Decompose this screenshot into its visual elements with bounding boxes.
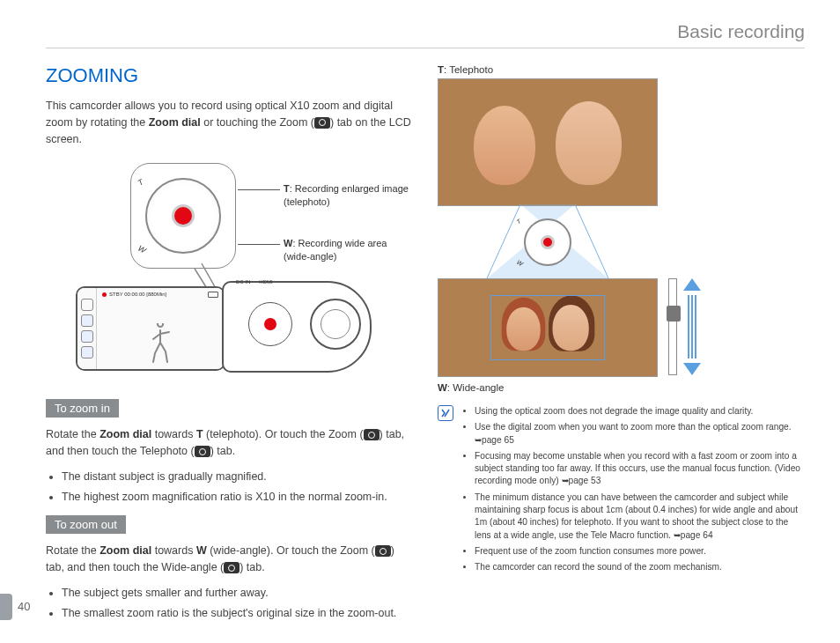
note-text: Focusing may become unstable when you re… (475, 451, 800, 486)
zoom-arrows-icon (682, 278, 702, 375)
subhead-zoom-in: To zoom in (46, 399, 119, 418)
list-item: Using the optical zoom does not degrade … (475, 405, 805, 418)
anno-w-text: : Recording wide area (wide-angle) (284, 238, 387, 261)
dial-label-t: T (136, 178, 145, 188)
stby-dot-icon (102, 292, 107, 297)
label-w-bold: W (438, 382, 447, 393)
home-icon (81, 299, 93, 311)
list-item: The camcorder can record the sound of th… (475, 561, 805, 573)
record-dot-icon (172, 204, 195, 227)
battery-icon (208, 292, 218, 298)
label-telephoto: T: Telephoto (438, 64, 805, 75)
zo-t2: towards (151, 544, 196, 557)
camcorder-body: DC INHDMI (222, 281, 372, 373)
note-text: The minimum distance you can have betwee… (475, 492, 798, 540)
xref-icon: ➥ (475, 435, 482, 445)
note-icon (438, 405, 453, 421)
telephoto-tab-icon (195, 446, 210, 457)
example-photo-telephoto (438, 78, 658, 206)
intro-paragraph: This camcorder allows you to record usin… (46, 98, 413, 147)
list-item: Frequent use of the zoom function consum… (475, 545, 805, 558)
zo-t5: ) tab. (239, 561, 265, 573)
breadcrumb-header: Basic recording (46, 21, 805, 48)
subhead-zoom-out: To zoom out (46, 515, 126, 534)
zoom-slider (668, 278, 677, 375)
zi-t5: ) tab. (210, 445, 236, 457)
zoom-out-paragraph: Rotate the Zoom dial towards W (wide-ang… (46, 543, 413, 576)
list-item: The minimum distance you can have betwee… (475, 491, 805, 542)
list-item: Use the digital zoom when you want to zo… (475, 421, 805, 447)
lcd-side-button (81, 314, 93, 327)
xref-page: page 64 (681, 530, 713, 540)
page-edge-tab (0, 594, 12, 620)
zoom-beam-diagram: T W (438, 204, 702, 278)
zi-bold1: Zoom dial (99, 428, 151, 440)
label-t-text: : Telephoto (444, 64, 493, 75)
xref-page: page 53 (569, 476, 601, 485)
annotation-telephoto: T: Recording enlarged image (telephoto) (284, 182, 413, 208)
anno-w-bold: W (284, 238, 292, 248)
notes-list: Using the optical zoom does not degrade … (461, 405, 805, 577)
port-hdmi: HDMI (259, 279, 272, 285)
zoom-dial-illustration: T W (145, 178, 221, 254)
zoom-tab-icon (314, 117, 330, 129)
right-column: T: Telephoto T W (438, 64, 805, 625)
zi-t2: towards (151, 428, 196, 440)
camcorder-dial (248, 302, 292, 346)
port-dcin: DC IN (236, 279, 250, 285)
skater-silhouette-icon (148, 323, 173, 364)
intro-text-2: or touching the Zoom ( (201, 116, 314, 129)
zoom-rect-overlay (490, 295, 605, 360)
zoom-dial-diagram: T W T: Recording enlarged image (telepho… (46, 156, 413, 376)
annotation-line-w (238, 244, 280, 245)
zoom-tab-icon (375, 545, 391, 557)
lcd-status-label: STBY 00:00:00 [880Min] (109, 292, 166, 297)
zo-bold2: W (196, 544, 207, 557)
wideangle-row (438, 278, 702, 377)
zi-bold2: T (196, 428, 203, 440)
example-photo-wideangle (438, 278, 658, 377)
zo-t3: (wide-angle). Or touch the Zoom ( (207, 544, 375, 557)
arrow-up-icon (683, 278, 701, 291)
xref-icon: ➥ (562, 476, 569, 485)
annotation-wideangle: W: Recording wide area (wide-angle) (284, 237, 413, 262)
lcd-side-button (81, 346, 93, 358)
camcorder-illustration: STBY 00:00:00 [880Min] DC INHDMI (76, 281, 375, 376)
lcd-side-button (81, 330, 93, 343)
dial-callout: T W (130, 163, 236, 269)
xref-page: page 65 (482, 435, 514, 445)
label-t-bold: T (438, 64, 444, 75)
list-item: The smallest zoom ratio is the subject's… (62, 605, 413, 622)
list-item: The subject gets smaller and further awa… (62, 585, 413, 602)
label-wideangle: W: Wide-angle (438, 382, 805, 393)
note-text: Use the digital zoom when you want to zo… (475, 422, 792, 432)
annotation-line-t (238, 189, 280, 190)
zoom-in-paragraph: Rotate the Zoom dial towards T (telephot… (46, 426, 413, 460)
xref-icon: ➥ (674, 530, 681, 540)
left-column: ZOOMING This camcorder allows you to rec… (46, 64, 413, 625)
center-dial: T W (524, 218, 571, 266)
list-item: Focusing may become unstable when you re… (475, 450, 805, 488)
lcd-status-text: STBY 00:00:00 [880Min] (102, 292, 166, 297)
record-dot-icon (264, 318, 276, 330)
zoom-tab-icon (364, 429, 379, 440)
lcd-sidebar (77, 288, 97, 369)
label-w-text: : Wide-angle (447, 382, 505, 393)
zoom-slider-thumb (667, 306, 681, 322)
section-heading-zooming: ZOOMING (46, 64, 413, 87)
zi-t3: (telephoto). Or touch the Zoom ( (203, 428, 364, 440)
zi-t1: Rotate the (46, 428, 99, 440)
zoom-in-bullets: The distant subject is gradually magnifi… (46, 469, 413, 506)
zoom-out-bullets: The subject gets smaller and further awa… (46, 585, 413, 622)
zo-t1: Rotate the (46, 544, 99, 557)
wideangle-tab-icon (224, 562, 239, 573)
arrow-down-icon (683, 363, 701, 375)
camcorder-lens (310, 299, 361, 350)
lcd-preview: STBY 00:00:00 [880Min] (97, 288, 224, 369)
camcorder-lcd: STBY 00:00:00 [880Min] (76, 286, 225, 371)
record-dot-icon (541, 235, 555, 249)
zo-bold1: Zoom dial (99, 544, 151, 557)
note-box: Using the optical zoom does not degrade … (438, 405, 805, 577)
list-item: The highest zoom magnification ratio is … (62, 489, 413, 506)
cam-port-labels: DC INHDMI (236, 279, 273, 285)
